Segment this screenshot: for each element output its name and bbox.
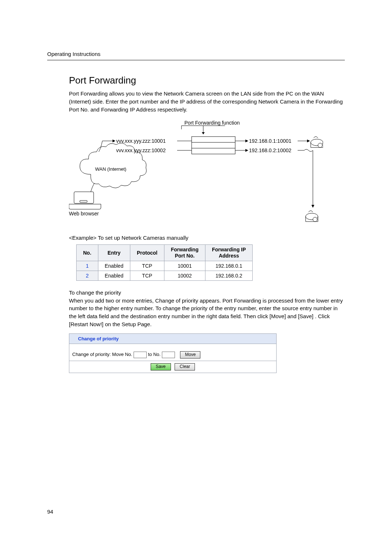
cell-protocol: TCP — [130, 271, 164, 280]
col-protocol: Protocol — [130, 245, 164, 261]
section-title: Port Forwarding — [69, 75, 345, 86]
table-row: 2 Enabled TCP 10002 192.168.0.2 — [77, 271, 253, 280]
panel-body: Change of priority: Move No. to No. Move — [69, 344, 276, 361]
svg-rect-2 — [192, 137, 235, 154]
change-of-priority-panel: Change of priority Change of priority: M… — [69, 333, 277, 373]
panel-title: Change of priority — [69, 334, 276, 344]
priority-paragraph: When you add two or more entries, Change… — [69, 297, 345, 328]
table-header-row: No. Entry Protocol ForwardingPort No. Fo… — [77, 245, 253, 261]
save-button[interactable]: Save — [151, 363, 171, 370]
forwarding-table: No. Entry Protocol ForwardingPort No. Fo… — [76, 244, 253, 281]
source-entry-input[interactable] — [134, 352, 147, 358]
cell-ip: 192.168.0.1 — [205, 261, 252, 271]
running-header: Operating Instructions — [47, 51, 345, 60]
cell-port: 10001 — [164, 261, 205, 271]
svg-point-15 — [313, 217, 317, 222]
cell-port: 10002 — [164, 271, 205, 280]
col-ip: Forwarding IPAddress — [205, 245, 252, 261]
dest-entry-input[interactable] — [162, 352, 175, 358]
example-caption: <Example> To set up Network Cameras manu… — [69, 235, 345, 241]
clear-button[interactable]: Clear — [175, 363, 195, 370]
cell-no: 1 — [77, 261, 98, 271]
cell-ip: 192.168.0.2 — [205, 271, 252, 280]
cell-no: 2 — [77, 271, 98, 280]
page-number: 94 — [47, 509, 53, 515]
table-row: 1 Enabled TCP 10001 192.168.0.1 — [77, 261, 253, 271]
move-no-prefix: Change of priority: Move No. — [72, 352, 132, 357]
col-port: ForwardingPort No. — [164, 245, 205, 261]
svg-rect-17 — [80, 200, 87, 202]
cell-entry: Enabled — [98, 271, 130, 280]
cell-protocol: TCP — [130, 261, 164, 271]
col-no: No. — [77, 245, 98, 261]
port-forwarding-diagram: Port Forwarding function vvv.xxx.yyy.zzz… — [69, 120, 345, 229]
cell-entry: Enabled — [98, 261, 130, 271]
priority-subheading: To change the priority — [69, 289, 345, 297]
intro-paragraph: Port Forwarding allows you to view the N… — [69, 90, 345, 113]
to-no-label: to No. — [148, 352, 161, 357]
move-button[interactable]: Move — [180, 351, 200, 358]
col-entry: Entry — [98, 245, 130, 261]
svg-point-13 — [318, 143, 322, 147]
